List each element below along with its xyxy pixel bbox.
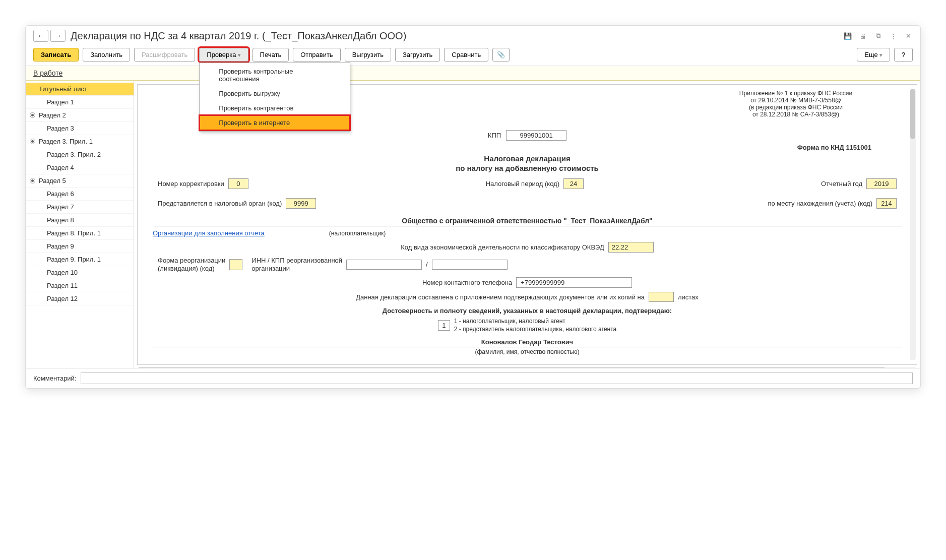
decl-title-1: Налоговая декларация <box>153 154 902 163</box>
sidebar-item-label: Раздел 1 <box>47 98 74 106</box>
orgs-link[interactable]: Организации для заполнения отчета <box>153 229 265 237</box>
check-dropdown-menu: Проверить контрольные соотношения Провер… <box>199 63 350 132</box>
sidebar-item-12[interactable]: Раздел 9 <box>26 240 134 253</box>
sidebar-item-label: Раздел 3. Прил. 2 <box>47 151 101 158</box>
sidebar-item-9[interactable]: Раздел 7 <box>26 201 134 214</box>
confirm-title: Достоверность и полноту сведений, указан… <box>153 307 902 315</box>
nav-back-button[interactable]: ← <box>33 30 48 42</box>
export-button[interactable]: Выгрузить <box>345 48 391 61</box>
help-button[interactable]: ? <box>894 48 913 61</box>
check-button[interactable]: Проверка <box>199 48 248 61</box>
knd-label: Форма по КНД 1151001 <box>153 144 902 151</box>
year-value[interactable]: 2019 <box>866 178 897 189</box>
sidebar-item-1[interactable]: Раздел 1 <box>26 96 134 109</box>
reorg-inn-value[interactable] <box>346 260 422 270</box>
attachments-label: Данная декларация составлена с приложени… <box>356 293 645 301</box>
sidebar-item-16[interactable]: Раздел 12 <box>26 292 134 305</box>
radio-icon <box>30 112 35 118</box>
tax-auth-value[interactable]: 9999 <box>286 198 316 209</box>
phone-label: Номер контактного телефона <box>422 279 512 286</box>
import-button[interactable]: Загрузить <box>395 48 440 61</box>
confirm-opt2: 2 - представитель налогоплательщика, нал… <box>454 326 616 334</box>
sidebar-item-label: Раздел 9 <box>47 242 74 250</box>
sidebar-item-13[interactable]: Раздел 9. Прил. 1 <box>26 253 134 266</box>
reorg-kpp-value[interactable] <box>432 260 508 270</box>
slash: / <box>426 261 428 268</box>
sidebar-item-14[interactable]: Раздел 10 <box>26 266 134 279</box>
sidebar-item-3[interactable]: Раздел 3 <box>26 122 134 135</box>
reorg-code-value[interactable] <box>229 259 242 270</box>
sidebar-item-label: Раздел 8 <box>47 216 74 224</box>
nav-forward-button[interactable]: → <box>50 30 66 42</box>
sidebar-item-label: Раздел 4 <box>47 164 74 171</box>
tax-auth-label: Представляется в налоговый орган (код) <box>158 200 282 207</box>
sheets-value[interactable] <box>649 292 674 302</box>
close-icon[interactable]: ✕ <box>904 31 913 40</box>
sidebar-item-label: Раздел 9. Прил. 1 <box>47 256 101 263</box>
kebab-icon[interactable]: ⋮ <box>889 31 898 40</box>
sidebar-item-label: Раздел 12 <box>47 295 78 302</box>
okved-value[interactable]: 22.22 <box>608 242 654 253</box>
place-label: по месту нахождения (учета) (код) <box>768 200 872 207</box>
org-title: Общество с ограниченной ответственностью… <box>153 217 902 225</box>
menu-check-export[interactable]: Проверить выгрузку <box>200 86 350 101</box>
sidebar-item-7[interactable]: Раздел 5 <box>26 174 134 188</box>
rep-name-line[interactable] <box>153 360 902 365</box>
sidebar-item-label: Раздел 3. Прил. 1 <box>39 138 93 145</box>
print-button[interactable]: Печать <box>253 48 289 61</box>
reorg-inn-label-2: организации <box>251 265 342 273</box>
okved-label: Код вида экономической деятельности по к… <box>401 243 604 251</box>
period-value[interactable]: 24 <box>563 178 584 189</box>
decode-button[interactable]: Расшифровать <box>134 48 195 61</box>
sidebar-item-label: Раздел 11 <box>47 282 78 289</box>
place-value[interactable]: 214 <box>876 198 897 209</box>
sidebar-item-8[interactable]: Раздел 6 <box>26 188 134 201</box>
sidebar-item-2[interactable]: Раздел 2 <box>26 109 134 122</box>
sidebar-item-10[interactable]: Раздел 8 <box>26 214 134 227</box>
sidebar-item-5[interactable]: Раздел 3. Прил. 2 <box>26 148 134 161</box>
sidebar-item-0[interactable]: Титульный лист <box>26 83 134 96</box>
enclosure-line: (в редакции приказа ФНС России <box>715 104 876 111</box>
attach-button[interactable]: 📎 <box>492 48 510 61</box>
comment-input[interactable] <box>81 372 913 384</box>
sidebar-item-6[interactable]: Раздел 4 <box>26 161 134 174</box>
sidebar-item-11[interactable]: Раздел 8. Прил. 1 <box>26 227 134 240</box>
sections-tree: Титульный листРаздел 1Раздел 2Раздел 3Ра… <box>26 81 134 368</box>
correction-label: Номер корректировки <box>158 180 224 188</box>
reorg-inn-label-1: ИНН / КПП реорганизованной <box>251 257 342 265</box>
comment-label: Комментарий: <box>33 375 77 382</box>
reorg-label-1: Форма реорганизации <box>158 257 225 265</box>
copy-icon[interactable]: ⧉ <box>873 31 882 40</box>
save-icon[interactable]: 💾 <box>843 31 852 40</box>
enclosure-line: Приложение № 1 к приказу ФНС России <box>715 90 876 97</box>
sidebar-item-15[interactable]: Раздел 11 <box>26 279 134 292</box>
compare-button[interactable]: Сравнить <box>444 48 488 61</box>
horizontal-scrollbar[interactable] <box>137 367 917 368</box>
sidebar-item-4[interactable]: Раздел 3. Прил. 1 <box>26 135 134 148</box>
taxpayer-note: (налогоплательщик) <box>329 230 386 237</box>
write-button[interactable]: Записать <box>33 48 79 61</box>
more-button[interactable]: Еще <box>857 48 890 61</box>
send-button[interactable]: Отправить <box>293 48 340 61</box>
fill-button[interactable]: Заполнить <box>83 48 130 61</box>
radio-icon <box>30 178 35 183</box>
menu-check-internet[interactable]: Проверить в интернете <box>200 115 350 130</box>
sidebar-item-label: Раздел 6 <box>47 190 74 198</box>
period-label: Налоговый период (код) <box>486 180 559 188</box>
menu-check-relations[interactable]: Проверить контрольные соотношения <box>200 64 350 86</box>
phone-value[interactable]: +79999999999 <box>516 277 632 288</box>
status-label[interactable]: В работе <box>33 69 62 77</box>
menu-check-counterparties[interactable]: Проверить контрагентов <box>200 101 350 115</box>
print-preview-icon[interactable]: 🖨 <box>858 31 867 40</box>
radio-icon <box>30 139 35 144</box>
sidebar-item-label: Раздел 7 <box>47 203 74 211</box>
confirm-opt1: 1 - налогоплательщик, налоговый агент <box>454 318 616 326</box>
kpp-value[interactable]: 999901001 <box>506 130 566 141</box>
signer-name: Коновалов Геодар Тестович <box>153 338 902 346</box>
confirm-value[interactable]: 1 <box>438 320 450 331</box>
year-label: Отчетный год <box>821 180 862 188</box>
correction-value[interactable]: 0 <box>228 178 248 189</box>
sidebar-item-label: Титульный лист <box>39 85 87 93</box>
vertical-scrollbar[interactable] <box>910 89 916 360</box>
sidebar-item-label: Раздел 2 <box>39 111 66 119</box>
